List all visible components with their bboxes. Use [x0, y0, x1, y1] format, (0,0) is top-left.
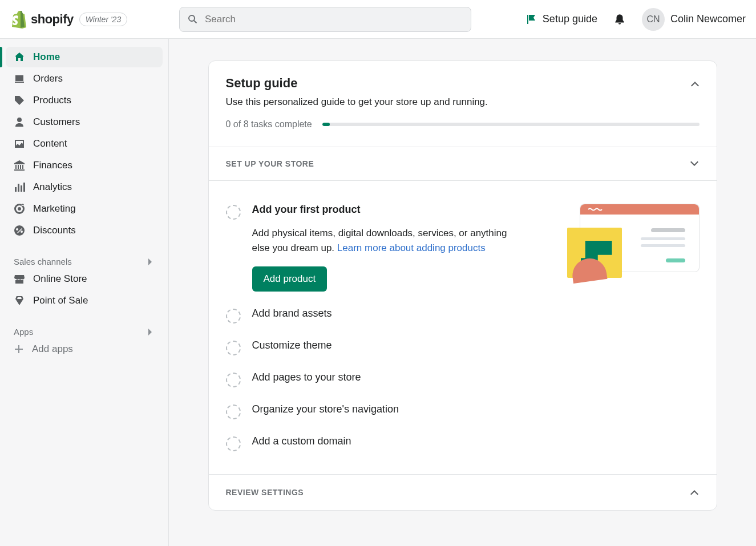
sidebar-item-customers[interactable]: Customers [6, 112, 163, 132]
chevron-right-icon [145, 327, 155, 337]
pos-icon [14, 295, 25, 306]
sidebar-item-label: Finances [33, 160, 72, 171]
sidebar-item-label: Content [33, 138, 67, 149]
store-icon [14, 273, 25, 285]
bank-icon [14, 160, 25, 171]
sidebar-item-label: Add apps [32, 343, 73, 355]
sidebar-item-add-apps[interactable]: Add apps [6, 339, 163, 359]
setup-guide-label: Setup guide [543, 13, 597, 25]
task-title: Add a custom domain [252, 435, 351, 447]
card-title: Setup guide [226, 76, 700, 91]
task-title: Add brand assets [252, 308, 332, 319]
section-header-label: Sales channels [14, 257, 72, 266]
task-organize-navigation[interactable]: Organize your store's navigation [226, 395, 700, 427]
card-header: Setup guide Use this personalized guide … [209, 61, 717, 147]
section-label: REVIEW SETTINGS [226, 488, 304, 497]
task-checkbox[interactable] [226, 373, 241, 387]
shopify-bag-icon [10, 10, 26, 29]
task-title: Customize theme [252, 339, 332, 351]
setup-guide-link[interactable]: Setup guide [525, 13, 597, 25]
sidebar-item-products[interactable]: Products [6, 90, 163, 111]
bars-icon [14, 181, 25, 193]
sidebar-item-label: Analytics [33, 181, 72, 193]
sidebar-section-channels[interactable]: Sales channels [6, 251, 163, 269]
sidebar-section-apps[interactable]: Apps [6, 321, 163, 339]
section-header-label: Apps [14, 327, 33, 337]
task-checkbox[interactable] [226, 405, 241, 419]
user-name: Colin Newcomer [670, 13, 746, 25]
user-menu[interactable]: CN Colin Newcomer [642, 8, 746, 31]
task-title: Organize your store's navigation [252, 403, 399, 415]
search-icon [187, 14, 199, 25]
task-add-pages[interactable]: Add pages to your store [226, 363, 700, 395]
home-icon [14, 51, 25, 63]
task-title: Add pages to your store [252, 371, 361, 383]
avatar: CN [642, 8, 665, 31]
bell-icon[interactable] [613, 13, 626, 26]
inbox-icon [14, 73, 25, 84]
task-custom-domain[interactable]: Add a custom domain [226, 427, 700, 459]
sidebar-item-label: Discounts [33, 225, 76, 236]
sidebar-item-label: Orders [33, 73, 63, 84]
sidebar: Home Orders Products Customers Content F… [0, 39, 169, 546]
flag-icon [525, 14, 537, 25]
version-badge: Winter '23 [79, 13, 127, 26]
target-icon [14, 203, 25, 215]
task-illustration [574, 204, 700, 278]
add-product-button[interactable]: Add product [252, 266, 328, 292]
sidebar-item-label: Home [33, 51, 60, 63]
plus-icon [14, 344, 24, 354]
task-checkbox[interactable] [226, 436, 241, 451]
chevron-down-icon [689, 159, 700, 169]
sidebar-item-pos[interactable]: Point of Sale [6, 290, 163, 311]
topbar-right: Setup guide CN Colin Newcomer [525, 8, 746, 31]
task-checkbox[interactable] [226, 309, 241, 323]
progress-bar [322, 123, 700, 126]
main-content: Setup guide Use this personalized guide … [169, 39, 756, 546]
task-add-brand-assets[interactable]: Add brand assets [226, 300, 700, 331]
task-customize-theme[interactable]: Customize theme [226, 331, 700, 363]
task-checkbox[interactable] [226, 205, 241, 220]
image-icon [14, 138, 25, 149]
person-icon [14, 116, 25, 128]
section-setup-store[interactable]: SET UP YOUR STORE [209, 147, 717, 180]
sidebar-item-label: Customers [33, 116, 80, 128]
task-title: Add your first product [252, 204, 551, 216]
section-review-settings[interactable]: REVIEW SETTINGS [209, 474, 717, 510]
tag-icon [14, 95, 25, 106]
collapse-card-button[interactable] [687, 76, 703, 92]
brand-name: shopify [31, 12, 74, 27]
setup-guide-card: Setup guide Use this personalized guide … [208, 60, 717, 511]
logo-area: shopify Winter '23 [10, 10, 170, 29]
sidebar-item-label: Online Store [33, 273, 87, 285]
chevron-up-icon [690, 79, 700, 89]
search-container [179, 7, 471, 32]
task-checkbox[interactable] [226, 341, 241, 355]
sidebar-item-discounts[interactable]: Discounts [6, 220, 163, 241]
sidebar-item-label: Marketing [33, 203, 76, 215]
learn-more-link[interactable]: Learn more about adding products [337, 242, 486, 253]
sidebar-item-online-store[interactable]: Online Store [6, 269, 163, 289]
chevron-right-icon [145, 257, 155, 266]
sidebar-item-marketing[interactable]: Marketing [6, 199, 163, 219]
section-label: SET UP YOUR STORE [226, 159, 314, 168]
shopify-logo[interactable]: shopify [10, 10, 74, 29]
card-subtitle: Use this personalized guide to get your … [226, 96, 700, 108]
task-list: Add your first product Add physical item… [209, 180, 717, 474]
task-add-first-product[interactable]: Add your first product Add physical item… [226, 196, 700, 300]
percent-icon [14, 225, 25, 236]
sidebar-item-analytics[interactable]: Analytics [6, 177, 163, 197]
progress-row: 0 of 8 tasks complete [226, 119, 700, 130]
sidebar-item-label: Products [33, 95, 71, 106]
sidebar-item-finances[interactable]: Finances [6, 155, 163, 176]
sidebar-item-home[interactable]: Home [6, 47, 163, 67]
sidebar-item-orders[interactable]: Orders [6, 68, 163, 89]
top-bar: shopify Winter '23 Setup guide CN Colin … [0, 0, 756, 39]
sidebar-item-label: Point of Sale [33, 295, 88, 306]
progress-fill [322, 123, 330, 126]
chevron-up-icon [689, 487, 700, 498]
sidebar-item-content[interactable]: Content [6, 134, 163, 154]
progress-text: 0 of 8 tasks complete [226, 119, 312, 130]
task-description: Add physical items, digital downloads, s… [252, 226, 520, 255]
search-input[interactable] [179, 7, 471, 32]
